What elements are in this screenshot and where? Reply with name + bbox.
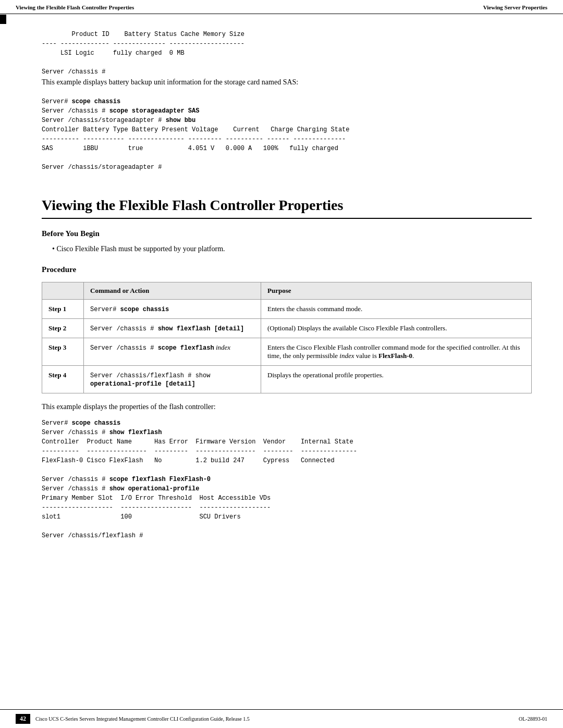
col-purpose: Purpose bbox=[261, 282, 532, 300]
top-code-block: Product ID Battery Status Cache Memory S… bbox=[42, 30, 532, 181]
step-3-purpose: Enters the Cisco Flexible Flash controll… bbox=[261, 338, 532, 366]
content-area: Product ID Battery Status Cache Memory S… bbox=[0, 14, 563, 577]
header-right-text: Viewing Server Properties bbox=[483, 4, 547, 10]
section-heading: Viewing the Flexible Flash Controller Pr… bbox=[42, 197, 532, 219]
step-1-purpose: Enters the chassis command mode. bbox=[261, 300, 532, 319]
top-header: Viewing the Flexible Flash Controller Pr… bbox=[0, 0, 563, 14]
footer-left: 42 Cisco UCS C-Series Servers Integrated… bbox=[16, 714, 250, 724]
bullet-item-1: • Cisco Flexible Flash must be supported… bbox=[52, 243, 532, 255]
step-4-label: Step 4 bbox=[42, 366, 84, 393]
header-left-text: Viewing the Flexible Flash Controller Pr… bbox=[16, 4, 134, 10]
table-row: Step 3 Server /chassis # scope flexflash… bbox=[42, 338, 532, 366]
step-4-purpose: Displays the operational profile propert… bbox=[261, 366, 532, 393]
procedure-heading: Procedure bbox=[42, 265, 532, 274]
step-2-command: Server /chassis # show flexflash [detail… bbox=[84, 319, 261, 338]
col-step bbox=[42, 282, 84, 300]
step-2-purpose: (Optional) Displays the available Cisco … bbox=[261, 319, 532, 338]
bottom-code-block: Server# scope chassis Server /chassis # … bbox=[42, 418, 532, 540]
table-row: Step 1 Server# scope chassis Enters the … bbox=[42, 300, 532, 319]
footer: 42 Cisco UCS C-Series Servers Integrated… bbox=[0, 709, 563, 728]
footer-left-text: Cisco UCS C-Series Servers Integrated Ma… bbox=[35, 716, 250, 722]
table-row: Step 2 Server /chassis # show flexflash … bbox=[42, 319, 532, 338]
page-number: 42 bbox=[16, 714, 30, 724]
footer-right-text: OL-28893-01 bbox=[519, 716, 547, 722]
before-you-begin-heading: Before You Begin bbox=[42, 229, 532, 238]
step-4-command: Server /chassis/flexflash # show operati… bbox=[84, 366, 261, 393]
step-1-command: Server# scope chassis bbox=[84, 300, 261, 319]
step-2-label: Step 2 bbox=[42, 319, 84, 338]
step-3-command: Server /chassis # scope flexflash index bbox=[84, 338, 261, 366]
left-marker bbox=[0, 15, 6, 24]
example-intro: This example displays the properties of … bbox=[42, 401, 532, 413]
table-row: Step 4 Server /chassis/flexflash # show … bbox=[42, 366, 532, 393]
step-3-label: Step 3 bbox=[42, 338, 84, 366]
col-command: Command or Action bbox=[84, 282, 261, 300]
product-id-label: Product ID bbox=[72, 31, 109, 38]
page-container: Viewing the Flexible Flash Controller Pr… bbox=[0, 0, 563, 728]
step-1-label: Step 1 bbox=[42, 300, 84, 319]
procedure-table: Command or Action Purpose Step 1 Server#… bbox=[42, 282, 532, 393]
